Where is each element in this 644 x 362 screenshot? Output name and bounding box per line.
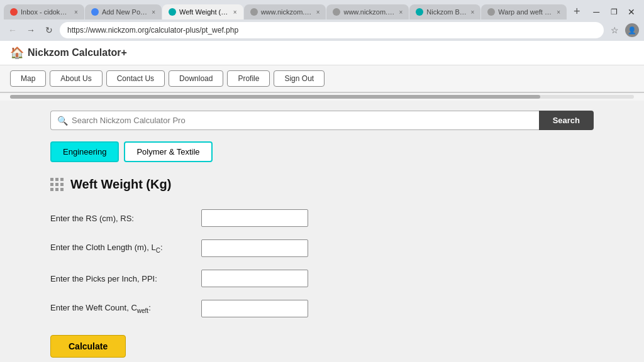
profile-button[interactable]: 👤	[625, 23, 639, 37]
address-bar-row: ← → ↻ ☆ 👤	[0, 19, 644, 41]
tab-close-weft[interactable]: ×	[233, 9, 237, 16]
nav-bar: Map About Us Contact Us Download Profile…	[0, 65, 644, 93]
site-header: 🏠 Nickzom Calculator+	[0, 41, 644, 65]
form-group-cl: Enter the Cloth Length (m), LC:	[50, 239, 594, 257]
search-input-wrap: 🔍	[50, 111, 539, 130]
site-logo: 🏠 Nickzom Calculator+	[10, 46, 127, 60]
tab-close-blog[interactable]: ×	[471, 9, 475, 16]
tab-addpost[interactable]: Add New Post • ×	[85, 4, 162, 19]
input-wc[interactable]	[201, 300, 308, 317]
input-ppi[interactable]	[201, 270, 308, 287]
form-group-wc: Enter the Weft Count, Cweft:	[50, 300, 594, 317]
tab-warp[interactable]: Warp and weft - W ×	[481, 4, 567, 19]
nav-download[interactable]: Download	[169, 70, 223, 87]
back-button[interactable]: ←	[5, 23, 20, 38]
grid-icon	[50, 178, 64, 192]
calculate-button[interactable]: Calculate	[50, 335, 126, 358]
tab-engineering[interactable]: Engineering	[50, 141, 119, 162]
nav-contact[interactable]: Contact Us	[106, 70, 165, 87]
page-content: 🏠 Nickzom Calculator+ Map About Us Conta…	[0, 41, 644, 362]
main-content: 🔍 Search Engineering Polymer & Textile W…	[0, 101, 644, 362]
tab-close-addpost[interactable]: ×	[152, 9, 155, 16]
browser-window: Inbox - cidokonic × Add New Post • × Wef…	[0, 0, 644, 362]
label-ppi: Enter the Picks per Inch, PPI:	[50, 274, 201, 283]
search-icon: 🔍	[57, 116, 68, 126]
label-wc: Enter the Weft Count, Cweft:	[50, 303, 201, 314]
tab-gmail[interactable]: Inbox - cidokonic ×	[4, 4, 84, 19]
label-rs: Enter the RS (cm), RS:	[50, 214, 201, 223]
search-input[interactable]	[72, 116, 533, 125]
input-cl[interactable]	[201, 239, 308, 257]
progress-bar-area	[0, 93, 644, 101]
tab-bar: Inbox - cidokonic × Add New Post • × Wef…	[0, 0, 644, 19]
site-name: Nickzom Calculator+	[28, 47, 127, 58]
tab-blog[interactable]: Nickzom Blog ×	[409, 4, 480, 19]
category-tabs: Engineering Polymer & Textile	[50, 141, 594, 162]
search-row: 🔍 Search	[50, 111, 594, 130]
new-tab-button[interactable]: +	[567, 3, 587, 19]
tab-close-n1[interactable]: ×	[316, 9, 320, 16]
label-cl: Enter the Cloth Length (m), LC:	[50, 243, 201, 254]
progress-bar-fill	[10, 95, 540, 99]
page-title-row: Weft Weight (Kg)	[50, 177, 594, 192]
forward-button[interactable]: →	[23, 23, 38, 38]
window-minimize[interactable]: ─	[588, 4, 605, 19]
nav-map[interactable]: Map	[10, 70, 46, 87]
address-input[interactable]	[60, 22, 604, 38]
home-icon: 🏠	[10, 46, 24, 60]
nav-about[interactable]: About Us	[50, 70, 102, 87]
tab-close-warp[interactable]: ×	[557, 9, 560, 16]
reload-button[interactable]: ↻	[42, 23, 57, 38]
tab-weft[interactable]: Weft Weight (Kg) ×	[162, 4, 243, 19]
nav-signout[interactable]: Sign Out	[274, 70, 325, 87]
tab-close-gmail[interactable]: ×	[74, 9, 78, 16]
window-close[interactable]: ✕	[623, 4, 640, 19]
page-title: Weft Weight (Kg)	[70, 177, 171, 192]
form-group-ppi: Enter the Picks per Inch, PPI:	[50, 270, 594, 287]
progress-bar-track	[10, 95, 634, 99]
tab-close-n2[interactable]: ×	[399, 9, 402, 16]
tab-nickzom1[interactable]: www.nickzom.org ×	[244, 4, 326, 19]
search-button[interactable]: Search	[539, 111, 594, 130]
window-restore[interactable]: ❐	[606, 4, 623, 19]
form-group-rs: Enter the RS (cm), RS:	[50, 209, 594, 227]
input-rs[interactable]	[201, 209, 308, 227]
tab-nickzom2[interactable]: www.nickzom.org ×	[326, 4, 409, 19]
nav-profile[interactable]: Profile	[227, 70, 270, 87]
bookmark-button[interactable]: ☆	[607, 23, 622, 38]
tab-polymer[interactable]: Polymer & Textile	[124, 141, 212, 162]
